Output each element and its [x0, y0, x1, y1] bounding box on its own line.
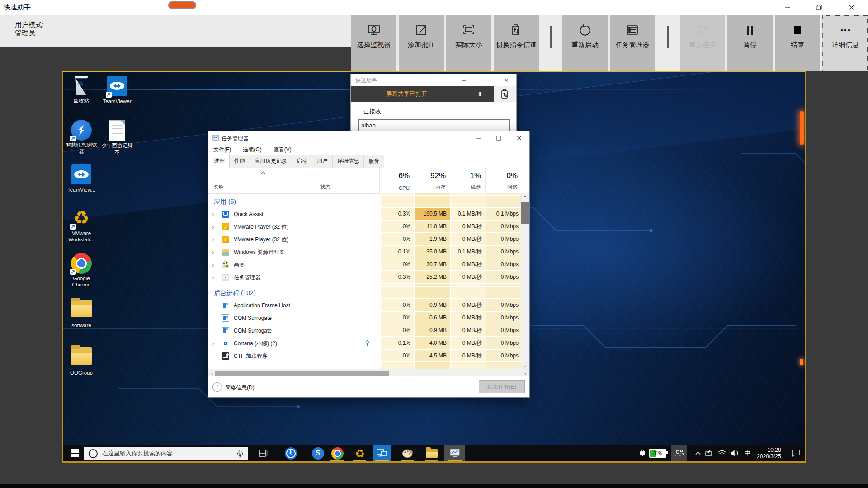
volume-tray-icon[interactable] — [729, 445, 741, 461]
end-task-button: 结束任务(E) — [479, 380, 525, 393]
expander-icon[interactable]: › — [212, 340, 214, 347]
wifi-tray-icon[interactable] — [716, 445, 728, 461]
received-message-box[interactable] — [358, 119, 510, 131]
desktop-icon-script-file[interactable]: 少年西游记脚 本 — [99, 120, 135, 155]
tab-performance[interactable]: 性能 — [229, 155, 250, 168]
process-row[interactable]: Application Frame Host 0% 0.9 MB 0 MB/秒 … — [208, 299, 522, 312]
start-button[interactable] — [67, 445, 83, 461]
hidden-icons-chevron[interactable] — [693, 445, 703, 461]
process-row[interactable]: › Quick Assist 0.3% 190.5 MB 0.1 MB/秒 0.… — [208, 208, 522, 221]
lenovo-browser-icon: S — [312, 447, 324, 460]
process-row[interactable]: COM Surrogate 0% 0.9 MB 0 MB/秒 0 Mbps — [208, 324, 522, 337]
process-row[interactable]: › Cortana (小娜) (2) 0.1% 4.0 MB 0 MB/秒 0 … — [208, 337, 522, 350]
col-memory[interactable]: 92% 内存 — [414, 168, 450, 193]
taskbar-task-manager-active[interactable] — [444, 445, 465, 461]
maximize-button[interactable] — [489, 131, 509, 144]
taskbar-clock-app[interactable] — [283, 445, 299, 461]
col-cpu[interactable]: 6% CPU — [379, 168, 414, 193]
process-row[interactable]: › VMware Player (32 位) 0% 1.9 MB 0 MB/秒 … — [208, 233, 522, 246]
pause-button[interactable]: 暂停 — [727, 15, 773, 71]
restore-button[interactable] — [808, 0, 829, 15]
annotate-button[interactable]: 添加批注 — [399, 15, 444, 71]
col-network[interactable]: 0% 网络 — [485, 168, 522, 193]
expander-icon[interactable]: › — [212, 224, 214, 230]
desktop-icon-lenovo-browser[interactable]: 智慧联想浏览 器 — [63, 120, 99, 155]
com-surrogate-icon — [222, 327, 229, 334]
desktop-icon-chrome[interactable]: Google Chrome — [63, 253, 99, 288]
desktop-icon-teamviewer2[interactable]: TeamView... — [63, 164, 99, 193]
action-center-button[interactable] — [788, 445, 803, 461]
close-button[interactable] — [509, 131, 529, 144]
desktop-icon-teamviewer[interactable]: TeamViewer — [99, 75, 135, 105]
taskbar-file-explorer[interactable] — [424, 445, 440, 461]
microphone-icon[interactable] — [237, 450, 243, 458]
expander-icon[interactable]: › — [212, 236, 214, 243]
desktop-icon-software-folder[interactable]: software — [63, 298, 99, 329]
process-row[interactable]: › 画图 0% 30.7 MB 0 MB/秒 0 Mbps — [208, 258, 522, 271]
minimize-button[interactable]: – — [459, 76, 468, 84]
details-button[interactable]: 详细信息 — [822, 15, 868, 71]
expander-icon[interactable]: › — [212, 211, 214, 217]
close-button[interactable] — [841, 0, 862, 15]
quick-assist-session-tray-icon[interactable] — [671, 445, 687, 461]
process-row[interactable]: COM Surrogate 0% 0.6 MB 0 MB/秒 0 Mbps — [208, 312, 522, 324]
col-status[interactable]: 状态 — [320, 184, 330, 191]
fewer-details-icon[interactable]: ⌃ — [212, 382, 222, 392]
expander-icon[interactable]: › — [212, 262, 214, 268]
ellipsis-icon — [838, 22, 853, 38]
scroll-up-icon[interactable]: ⌃ — [521, 193, 529, 201]
menu-view[interactable]: 查看(V) — [274, 146, 292, 154]
scrollbar-thumb[interactable] — [215, 371, 389, 376]
search-input[interactable] — [101, 450, 237, 457]
taskbar-chrome[interactable] — [329, 445, 345, 461]
tab-users[interactable]: 用户 — [312, 155, 333, 168]
process-row[interactable]: › 任务管理器 0.3% 25.2 MB 0 MB/秒 0 Mbps — [208, 271, 522, 284]
scroll-down-icon[interactable]: ⌄ — [521, 361, 529, 369]
ime-indicator[interactable]: 中 — [741, 445, 753, 461]
group-heading-row[interactable]: 应用 (6) — [208, 196, 522, 208]
taskbar-vmware[interactable]: ♻ — [352, 445, 368, 461]
taskbar-search[interactable] — [84, 447, 248, 460]
select-monitor-button[interactable]: 选择监视器 — [351, 15, 396, 71]
restart-button[interactable]: 重新启动 — [562, 15, 608, 71]
menu-file[interactable]: 文件(F) — [213, 146, 231, 154]
expander-icon[interactable]: › — [212, 274, 214, 281]
maximize-button[interactable]: □ — [480, 76, 489, 84]
expander-icon[interactable]: › — [212, 249, 214, 255]
taskbar-lenovo-browser[interactable]: S — [310, 445, 326, 461]
process-row[interactable]: › Windows 资源管理器 0.1% 35.0 MB 0.1 MB/秒 0 … — [208, 246, 522, 258]
tab-services[interactable]: 服务 — [363, 155, 384, 168]
tab-details[interactable]: 详细信息 — [332, 155, 364, 168]
taskbar-quick-assist-active[interactable] — [373, 445, 391, 461]
task-manager-button[interactable]: 任务管理器 — [610, 15, 655, 71]
vertical-scrollbar[interactable]: ⌃ ⌄ — [521, 193, 529, 369]
screen-sharing-banner: 屏幕共享已打开 ‖ — [351, 86, 494, 102]
tab-startup[interactable]: 启动 — [292, 155, 312, 168]
minimize-button[interactable] — [777, 0, 797, 15]
col-name[interactable]: 名称 — [213, 184, 224, 191]
tab-processes[interactable]: 进程 — [209, 154, 230, 168]
minimize-button[interactable] — [468, 131, 489, 144]
battery-indicator[interactable]: 31% — [647, 445, 668, 461]
pause-icon[interactable]: ‖ — [478, 91, 482, 98]
taskbar-paint[interactable] — [400, 445, 416, 461]
fewer-details-toggle[interactable]: 简略信息(D) — [225, 384, 255, 392]
close-button[interactable]: ✕ — [502, 76, 511, 84]
group-heading-row[interactable]: 后台进程 (102) — [208, 287, 522, 299]
end-button[interactable]: 结束 — [775, 15, 820, 71]
task-view-button[interactable] — [255, 445, 272, 461]
pen-battery-tray-icon[interactable] — [703, 445, 715, 461]
tab-app-history[interactable]: 应用历史记录 — [250, 155, 292, 168]
desktop-icon-recycle-bin[interactable]: ♲ 回收站 — [63, 75, 99, 104]
menu-options[interactable]: 选项(O) — [243, 146, 261, 154]
process-row[interactable]: CTF 加载程序 0% 4.5 MB 0 MB/秒 0 Mbps — [208, 350, 522, 362]
desktop-icon-qqgroup-folder[interactable]: QQGroup — [63, 346, 99, 376]
channel-toggle-button[interactable] — [494, 86, 516, 102]
actual-size-button[interactable]: 实际大小 — [446, 15, 491, 71]
desktop-icon-vmware[interactable]: ♻ VMware Workstati... — [63, 208, 99, 243]
clock-tray[interactable]: 10:28 2020/3/25 — [754, 445, 784, 461]
col-disk[interactable]: 1% 磁盘 — [450, 168, 485, 193]
process-row[interactable]: › VMware Player (32 位) 0% 11.0 MB 0 MB/秒… — [208, 221, 522, 233]
toggle-channel-button[interactable]: 切换指令信道 — [494, 15, 539, 71]
scrollbar-thumb[interactable] — [521, 202, 529, 224]
